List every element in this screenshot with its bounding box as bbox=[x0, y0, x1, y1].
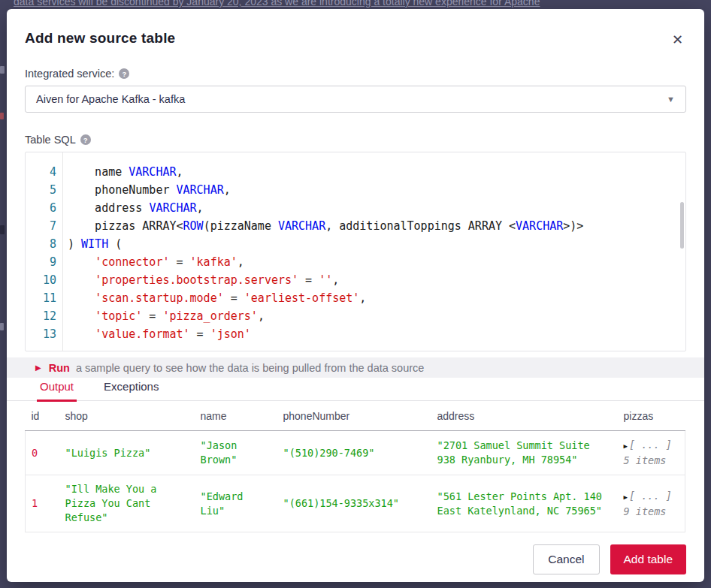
cell-id: 0 bbox=[26, 431, 59, 475]
line-number: 13 bbox=[26, 325, 56, 343]
array-item-count: 5 items bbox=[624, 454, 679, 468]
output-table: idshopnamephoneNumberaddresspizzas 0"Lui… bbox=[25, 401, 685, 532]
line-number: 4 bbox=[26, 163, 56, 181]
integrated-service-label-row: Integrated service: ? bbox=[25, 68, 686, 80]
cell-name: "Edward Liu" bbox=[195, 475, 277, 532]
code-line[interactable]: 'properties.bootstrap.servers' = '', bbox=[68, 271, 685, 289]
cell-shop: "Ill Make You a Pizza You Cant Refuse" bbox=[59, 475, 195, 532]
table-sql-label: Table SQL bbox=[25, 134, 76, 146]
line-number: 11 bbox=[26, 289, 56, 307]
run-description: a sample query to see how the data is be… bbox=[76, 362, 424, 374]
code-line[interactable]: address VARCHAR, bbox=[68, 199, 685, 217]
integrated-service-value: Aiven for Apache Kafka - kafka bbox=[36, 93, 185, 105]
tab-output[interactable]: Output bbox=[37, 380, 77, 402]
line-number: 8 bbox=[26, 235, 56, 253]
backdrop-fragment bbox=[0, 66, 5, 74]
array-preview: [ ... ] bbox=[629, 490, 672, 502]
line-number: 12 bbox=[26, 307, 56, 325]
editor-code[interactable]: name VARCHAR, phoneNumber VARCHAR, addre… bbox=[63, 152, 685, 351]
chevron-down-icon: ▼ bbox=[667, 95, 675, 104]
cell-pizzas: ▶[ ... ]9 items bbox=[618, 475, 685, 532]
column-header-address: address bbox=[431, 401, 618, 431]
cell-shop: "Luigis Pizza" bbox=[59, 431, 195, 475]
table-row: 1"Ill Make You a Pizza You Cant Refuse""… bbox=[26, 475, 685, 532]
cell-address: "561 Lester Points Apt. 140 East Katelyn… bbox=[431, 475, 618, 532]
cell-name: "Jason Brown" bbox=[195, 431, 277, 475]
help-icon[interactable]: ? bbox=[80, 134, 91, 145]
column-header-id: id bbox=[26, 401, 59, 431]
cancel-button[interactable]: Cancel bbox=[533, 544, 599, 574]
backdrop-page-text: data services will be discontinued by Ja… bbox=[0, 0, 711, 9]
line-number: 6 bbox=[26, 199, 56, 217]
line-number: 9 bbox=[26, 253, 56, 271]
tab-bar: OutputExceptions bbox=[7, 378, 704, 401]
backdrop-fragment bbox=[0, 113, 4, 119]
code-line[interactable]: 'value.format' = 'json' bbox=[68, 325, 685, 343]
array-item-count: 9 items bbox=[624, 505, 679, 519]
tab-exceptions[interactable]: Exceptions bbox=[101, 380, 162, 402]
code-line[interactable]: ) WITH ( bbox=[68, 235, 685, 253]
code-line[interactable]: 'connector' = 'kafka', bbox=[68, 253, 685, 271]
add-source-table-modal: Add new source table ✕ Integrated servic… bbox=[7, 9, 704, 582]
run-button[interactable]: Run bbox=[49, 362, 70, 374]
line-number: 5 bbox=[26, 181, 56, 199]
modal-header: Add new source table ✕ bbox=[25, 30, 686, 48]
code-line[interactable]: pizzas ARRAY<ROW(pizzaName VARCHAR, addi… bbox=[68, 217, 685, 235]
integrated-service-select[interactable]: Aiven for Apache Kafka - kafka ▼ bbox=[25, 86, 686, 113]
integrated-service-label: Integrated service: bbox=[25, 68, 114, 80]
backdrop-fragment bbox=[0, 225, 5, 234]
cell-id: 1 bbox=[26, 475, 59, 532]
cell-pizzas: ▶[ ... ]5 items bbox=[618, 431, 685, 475]
cell-phone-number: "(510)290-7469" bbox=[277, 431, 431, 475]
add-table-button[interactable]: Add table bbox=[610, 544, 687, 574]
code-line[interactable]: 'topic' = 'pizza_orders', bbox=[68, 307, 685, 325]
backdrop-fragment bbox=[0, 323, 4, 330]
column-header-name: name bbox=[195, 401, 277, 431]
code-line[interactable]: name VARCHAR, bbox=[68, 163, 685, 181]
editor-gutter: 45678910111213 bbox=[26, 152, 63, 351]
table-sql-label-row: Table SQL ? bbox=[25, 134, 686, 146]
expand-array-icon[interactable]: ▶ bbox=[624, 493, 628, 501]
help-icon[interactable]: ? bbox=[119, 68, 129, 79]
code-line[interactable]: phoneNumber VARCHAR, bbox=[68, 181, 685, 199]
run-bar: ▶ Run a sample query to see how the data… bbox=[7, 357, 704, 378]
code-line[interactable]: 'scan.startup.mode' = 'earliest-offset', bbox=[68, 289, 685, 307]
close-icon[interactable]: ✕ bbox=[669, 32, 686, 48]
modal-title: Add new source table bbox=[25, 30, 175, 47]
expand-array-icon[interactable]: ▶ bbox=[624, 442, 628, 450]
line-number: 7 bbox=[26, 217, 56, 235]
editor-scrollbar-thumb[interactable] bbox=[680, 202, 684, 249]
output-header-row: idshopnamephoneNumberaddresspizzas bbox=[26, 401, 685, 431]
cell-phone-number: "(661)154-9335x314" bbox=[277, 475, 431, 532]
line-number: 10 bbox=[26, 271, 56, 289]
output-tbody: 0"Luigis Pizza""Jason Brown""(510)290-74… bbox=[26, 431, 685, 532]
column-header-pizzas: pizzas bbox=[618, 401, 685, 431]
table-row: 0"Luigis Pizza""Jason Brown""(510)290-74… bbox=[26, 431, 685, 475]
modal-footer: Cancel Add table bbox=[25, 544, 686, 574]
cell-address: "2701 Samuel Summit Suite 938 Ryanbury, … bbox=[431, 431, 618, 475]
column-header-shop: shop bbox=[59, 401, 195, 431]
play-icon: ▶ bbox=[35, 363, 41, 372]
sql-editor[interactable]: 45678910111213 name VARCHAR, phoneNumber… bbox=[25, 152, 686, 351]
column-header-phoneNumber: phoneNumber bbox=[277, 401, 431, 431]
array-preview: [ ... ] bbox=[629, 439, 672, 451]
